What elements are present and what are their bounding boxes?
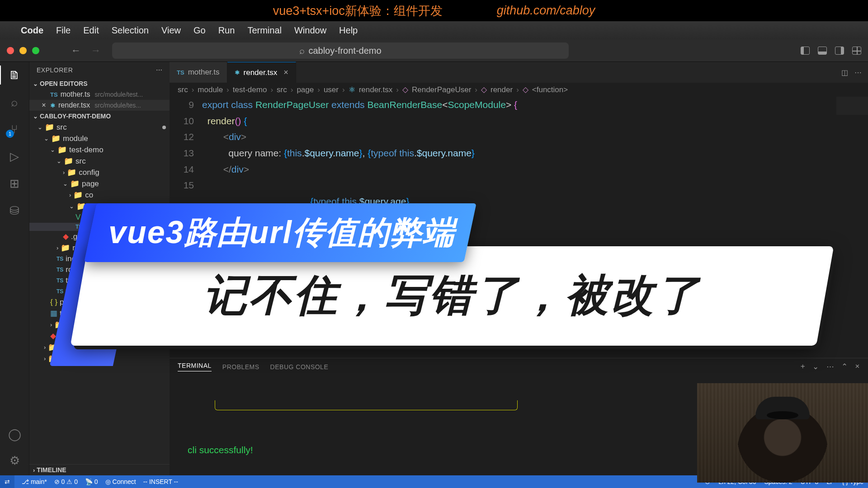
toggle-secondary-sidebar-icon[interactable] xyxy=(835,47,844,55)
command-center-text: cabloy-front-demo xyxy=(308,46,381,56)
menu-edit[interactable]: Edit xyxy=(83,25,99,36)
open-editor-item[interactable]: × ⚛ render.tsx src/module/tes... xyxy=(29,100,170,111)
close-window-icon[interactable] xyxy=(7,47,14,54)
menu-go[interactable]: Go xyxy=(193,25,206,36)
remote-indicator-icon[interactable]: ⇄ xyxy=(0,475,14,488)
titlebar-actions xyxy=(801,47,861,55)
chevron-down-icon: ⌄ xyxy=(33,80,38,87)
video-banner: vue3+tsx+ioc新体验：组件开发 github.com/cabloy xyxy=(0,0,868,21)
split-editor-icon[interactable]: ◫ xyxy=(841,68,848,77)
tab-mother[interactable]: TS mother.ts xyxy=(170,62,227,83)
open-editor-path: src/module/test... xyxy=(94,91,143,98)
command-center[interactable]: ⌕ cabloy-front-demo xyxy=(112,42,569,59)
panel-more-icon[interactable]: ⋯ xyxy=(826,362,835,371)
timeline-section[interactable]: › TIMELINE xyxy=(29,464,170,475)
debug-console-tab[interactable]: DEBUG CONSOLE xyxy=(270,363,329,371)
tree-item[interactable]: ⌄📁src xyxy=(29,122,170,133)
minimize-window-icon[interactable] xyxy=(19,47,27,54)
ts-file-icon: TS xyxy=(50,91,58,98)
extensions-activity-icon[interactable]: ⊞ xyxy=(8,177,21,190)
maximize-panel-icon[interactable]: ⌃ xyxy=(841,362,848,371)
tab-render[interactable]: ⚛ render.tsx × xyxy=(227,62,296,83)
search-activity-icon[interactable]: ⌕ xyxy=(8,95,21,109)
banner-title-right: github.com/cabloy xyxy=(497,4,595,18)
nav-arrows: ← → xyxy=(71,45,101,56)
tab-actions: ◫ ⋯ xyxy=(841,62,868,83)
chevron-right-icon: › xyxy=(33,467,35,474)
open-editor-path: src/module/tes... xyxy=(94,102,141,109)
overlay-text-bottom: 记不住，写错了，被改了 xyxy=(203,267,701,325)
close-panel-icon[interactable]: × xyxy=(855,362,860,371)
close-tab-icon[interactable]: × xyxy=(283,68,288,77)
overlay-banner-top: vue3路由url传值的弊端 xyxy=(84,203,476,262)
open-editor-item[interactable]: TS mother.ts src/module/test... xyxy=(29,89,170,100)
tree-item[interactable]: ⌄📁page xyxy=(29,178,170,189)
account-icon[interactable]: ◯ xyxy=(8,427,21,441)
menu-file[interactable]: File xyxy=(56,25,71,36)
open-editor-name: mother.ts xyxy=(61,90,90,99)
menu-selection[interactable]: Selection xyxy=(112,25,149,36)
toggle-panel-icon[interactable] xyxy=(818,47,827,55)
react-file-icon: ⚛ xyxy=(50,102,56,109)
menu-window[interactable]: Window xyxy=(294,25,326,36)
tab-more-icon[interactable]: ⋯ xyxy=(854,68,862,77)
new-terminal-icon[interactable]: + xyxy=(801,362,805,371)
tree-item[interactable]: ⌄📁module xyxy=(29,133,170,144)
status-errors[interactable]: ⊘ 0 ⚠ 0 xyxy=(54,478,78,485)
chevron-down-icon: ⌄ xyxy=(33,113,38,120)
tree-item[interactable]: ⌄📁test-demo xyxy=(29,144,170,155)
tab-label: render.tsx xyxy=(244,68,278,77)
window-titlebar: ← → ⌕ cabloy-front-demo xyxy=(0,40,868,62)
breadcrumb[interactable]: src› module› test-demo› src› page› user›… xyxy=(170,83,868,97)
tree-item[interactable]: ›📁config xyxy=(29,167,170,178)
maximize-window-icon[interactable] xyxy=(32,47,39,54)
tree-item[interactable]: ⌄📁src xyxy=(29,155,170,167)
react-file-icon: ⚛ xyxy=(235,69,240,76)
overlay-text-top: vue3路由url传值的弊端 xyxy=(108,211,455,254)
macos-menubar: Code File Edit Selection View Go Run Ter… xyxy=(0,21,868,40)
sidebar-header: EXPLORER ⋯ xyxy=(29,62,170,78)
project-section[interactable]: ⌄ CABLOY-FRONT-DEMO xyxy=(29,111,170,122)
traffic-lights xyxy=(7,47,39,54)
status-connect[interactable]: ◎ Connect xyxy=(105,478,136,485)
menu-help[interactable]: Help xyxy=(339,25,358,36)
tab-label: mother.ts xyxy=(188,68,220,77)
menu-view[interactable]: View xyxy=(161,25,181,36)
explorer-activity-icon[interactable]: 🗎 xyxy=(8,68,21,82)
scm-badge: 1 xyxy=(6,130,14,138)
activity-bar: 🗎 ⌕ ⑂1 ▷ ⊞ ⛁ ◯ ⚙ xyxy=(0,62,29,475)
panel-tabs: TERMINAL PROBLEMS DEBUG CONSOLE + ⌄ ⋯ ⌃ … xyxy=(170,358,868,375)
scm-activity-icon[interactable]: ⑂1 xyxy=(8,122,21,136)
debug-activity-icon[interactable]: ▷ xyxy=(8,150,21,163)
git-branch[interactable]: ⎇ main* xyxy=(22,478,47,485)
editor-tabs: TS mother.ts ⚛ render.tsx × ◫ ⋯ xyxy=(170,62,868,83)
problems-tab[interactable]: PROBLEMS xyxy=(222,363,259,371)
menu-run[interactable]: Run xyxy=(218,25,235,36)
nav-back-icon[interactable]: ← xyxy=(71,45,81,56)
terminal-tab[interactable]: TERMINAL xyxy=(178,362,212,371)
sidebar-title: EXPLORER xyxy=(37,66,73,74)
settings-gear-icon[interactable]: ⚙ xyxy=(8,454,21,467)
open-editor-name: render.tsx xyxy=(58,101,90,109)
minimap[interactable] xyxy=(836,97,868,358)
webcam-overlay xyxy=(697,383,868,483)
tree-item[interactable]: ›📁co xyxy=(29,189,170,201)
terminal-output-box xyxy=(215,400,518,410)
toggle-sidebar-icon[interactable] xyxy=(801,47,810,55)
banner-title-left: vue3+tsx+ioc新体验：组件开发 xyxy=(273,3,443,19)
sidebar-more-icon[interactable]: ⋯ xyxy=(156,66,163,74)
close-editor-icon[interactable]: × xyxy=(40,101,47,109)
customize-layout-icon[interactable] xyxy=(852,47,861,55)
database-activity-icon[interactable]: ⛁ xyxy=(8,204,21,217)
menu-app[interactable]: Code xyxy=(21,25,43,36)
webcam-brim xyxy=(767,411,798,419)
nav-forward-icon[interactable]: → xyxy=(91,45,101,56)
terminal-dropdown-icon[interactable]: ⌄ xyxy=(812,362,819,371)
ts-file-icon: TS xyxy=(177,69,184,76)
status-port[interactable]: 📡 0 xyxy=(85,478,98,485)
open-editors-section[interactable]: ⌄ OPEN EDITORS xyxy=(29,78,170,89)
search-icon: ⌕ xyxy=(299,46,305,56)
menu-terminal[interactable]: Terminal xyxy=(247,25,282,36)
